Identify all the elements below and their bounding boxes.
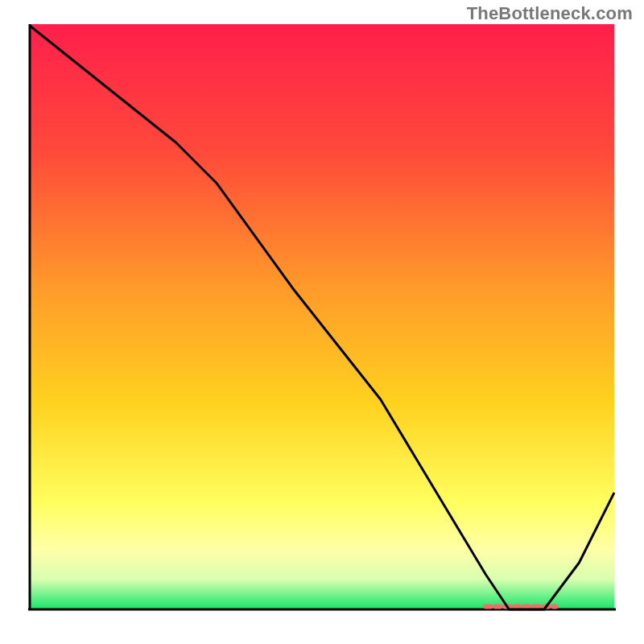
- chart-container: TheBottleneck.com: [0, 0, 644, 644]
- chart-svg: [28, 24, 616, 612]
- gradient-background: [30, 24, 614, 609]
- attribution-text: TheBottleneck.com: [467, 3, 633, 24]
- plot-area: [28, 24, 616, 612]
